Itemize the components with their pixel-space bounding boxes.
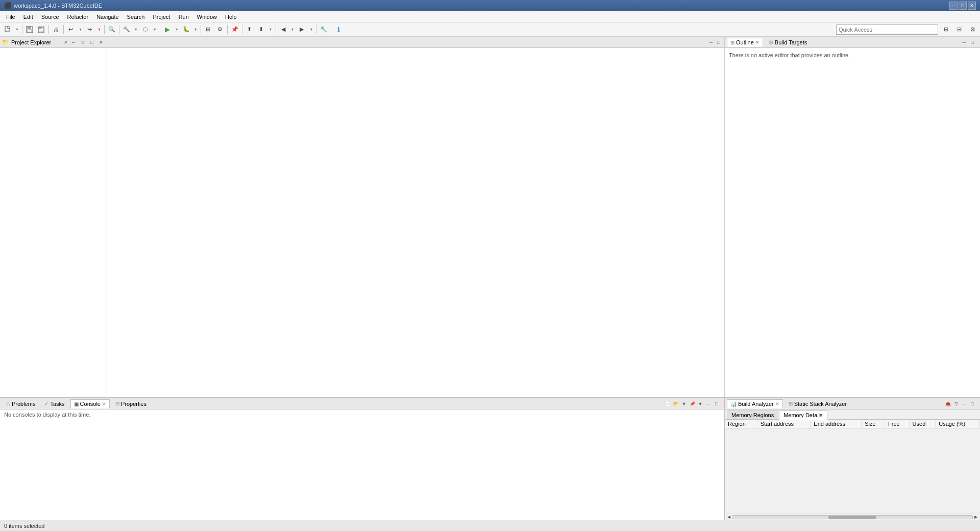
scroll-right[interactable]: ▶ <box>973 514 979 520</box>
scrollbar-track[interactable] <box>732 515 973 519</box>
forward-dropdown[interactable]: ▼ <box>308 24 314 35</box>
outline-minimize[interactable]: ─ <box>961 39 968 46</box>
menu-source[interactable]: Source <box>37 12 63 22</box>
ba-export-btn[interactable]: 📤 <box>944 400 951 407</box>
run-dropdown[interactable]: ▼ <box>174 24 180 35</box>
settings-button[interactable]: ⚙ <box>214 24 226 35</box>
project-explorer-menu[interactable]: ▽ <box>79 39 86 46</box>
console-pin-btn[interactable]: 📌 <box>689 400 696 407</box>
tab-problems[interactable]: ⚠ Problems <box>2 399 39 408</box>
maximize-button[interactable]: □ <box>959 2 967 10</box>
menu-search[interactable]: Search <box>123 12 149 22</box>
tab-build-analyzer[interactable]: 📊 Build Analyzer ✕ <box>727 399 783 408</box>
ba-filter-btn[interactable]: ▽ <box>952 400 960 407</box>
menu-run[interactable]: Run <box>175 12 193 22</box>
memory-regions-tab[interactable]: Memory Regions <box>727 411 778 419</box>
ba-minimize[interactable]: ─ <box>961 400 968 407</box>
console-maximize[interactable]: □ <box>713 400 720 407</box>
external-tools-button[interactable]: 🔧 <box>318 24 329 35</box>
run-dropdown-arrow: ▼ <box>175 28 179 31</box>
debug-dropdown[interactable]: ▼ <box>192 24 199 35</box>
build-dropdown[interactable]: ▼ <box>133 24 139 35</box>
next-annotation-button[interactable]: ⬇ <box>256 24 267 35</box>
view-mode-button[interactable]: ⊠ <box>967 24 978 35</box>
properties-icon: ⊟ <box>115 401 119 406</box>
tab-properties-label: Properties <box>121 401 146 407</box>
menu-navigate[interactable]: Navigate <box>92 12 122 22</box>
col-usage: Usage (%) <box>936 420 980 428</box>
close-button[interactable]: ✕ <box>968 2 976 10</box>
undo-dropdown[interactable]: ▼ <box>77 24 84 35</box>
project-explorer-minimize[interactable]: ─ <box>70 39 77 46</box>
redo-dropdown[interactable]: ▼ <box>96 24 103 35</box>
project-explorer-body <box>0 48 107 397</box>
back-dropdown[interactable]: ▼ <box>289 24 296 35</box>
undo-button[interactable]: ↩ <box>65 24 77 35</box>
build-all-dropdown-arrow: ▼ <box>153 28 157 31</box>
tab-tasks[interactable]: ✓ Tasks <box>41 399 68 408</box>
console-open2-btn[interactable]: ▼ <box>697 400 704 407</box>
scroll-left[interactable]: ◀ <box>726 514 732 520</box>
tab-build-targets[interactable]: ◎ Build Targets <box>765 38 811 47</box>
redo-dropdown-arrow: ▼ <box>97 28 101 31</box>
new-button[interactable] <box>2 24 13 35</box>
forward-button[interactable]: ▶ <box>296 24 307 35</box>
project-explorer-maximize[interactable]: □ <box>88 39 95 46</box>
editor-maximize[interactable]: □ <box>715 39 722 46</box>
tab-static-stack[interactable]: ⊞ Static Stack Analyzer <box>785 399 850 408</box>
console-open-btn[interactable]: 📂 <box>672 400 679 407</box>
scrollbar-thumb[interactable] <box>828 516 876 519</box>
back-button[interactable]: ◀ <box>278 24 289 35</box>
memory-details-tab[interactable]: Memory Details <box>779 411 827 420</box>
separator-2 <box>48 25 49 34</box>
annotation-dropdown[interactable]: ▼ <box>267 24 274 35</box>
project-explorer-icon: 📁 <box>2 39 9 45</box>
console-new-btn[interactable]: 📄 <box>664 400 671 407</box>
tab-properties[interactable]: ⊟ Properties <box>112 399 150 408</box>
editor-minimize[interactable]: ─ <box>707 39 715 46</box>
build-all-button[interactable]: ⬡ <box>140 24 151 35</box>
separator-12 <box>331 25 331 34</box>
quick-access-input[interactable] <box>836 25 938 35</box>
menu-window[interactable]: Window <box>193 12 221 22</box>
view-layout-button[interactable]: ⊟ <box>953 24 965 35</box>
toolbar: ▼ 🖨 ↩ ▼ ↪ ▼ 🔍 🔨 ▼ ⬡ <box>0 22 980 37</box>
menu-help[interactable]: Help <box>221 12 241 22</box>
menu-edit[interactable]: Edit <box>19 12 37 22</box>
project-explorer-close[interactable]: ✕ <box>97 39 105 46</box>
minimize-button[interactable]: ─ <box>949 2 958 10</box>
info-button[interactable]: ℹ <box>333 24 344 35</box>
pin-button[interactable]: 📌 <box>229 24 240 35</box>
print-button[interactable]: 🖨 <box>51 24 62 35</box>
tab-outline[interactable]: ⊞ Outline ✕ <box>727 38 763 47</box>
open-perspective-button[interactable]: ⊞ <box>203 24 214 35</box>
console-open-dropdown[interactable]: ▼ <box>680 400 688 407</box>
tab-problems-label: Problems <box>12 401 35 407</box>
outline-tab-close[interactable]: ✕ <box>755 40 760 45</box>
title-bar-right[interactable]: ─ □ ✕ <box>949 2 976 10</box>
menu-project[interactable]: Project <box>149 12 174 22</box>
tab-console[interactable]: ▣ Console ✕ <box>70 399 110 408</box>
svg-rect-5 <box>39 27 41 29</box>
console-minimize[interactable]: ─ <box>705 400 712 407</box>
menu-file[interactable]: File <box>2 12 19 22</box>
col-size: Size <box>862 420 885 428</box>
navigate-btn[interactable]: 🔍 <box>106 24 117 35</box>
debug-button[interactable]: 🐛 <box>181 24 192 35</box>
build-analyzer-tab-close[interactable]: ✕ <box>775 401 779 406</box>
redo-button[interactable]: ↪ <box>84 24 95 35</box>
build-button[interactable]: 🔨 <box>121 24 132 35</box>
run-button[interactable]: ▶ <box>162 24 173 35</box>
save-button[interactable] <box>24 24 35 35</box>
ba-maximize[interactable]: □ <box>969 400 976 407</box>
build-all-dropdown[interactable]: ▼ <box>152 24 158 35</box>
toolbar-build-group: 🔍 🔨 ▼ ⬡ ▼ <box>106 24 158 35</box>
prev-annotation-button[interactable]: ⬆ <box>244 24 255 35</box>
save-all-button[interactable] <box>36 24 47 35</box>
quick-access-area: ⊞ ⊟ ⊠ <box>836 24 978 35</box>
console-tab-close[interactable]: ✕ <box>102 401 106 406</box>
menu-refactor[interactable]: Refactor <box>63 12 93 22</box>
perspectives-button[interactable]: ⊞ <box>940 24 951 35</box>
outline-maximize[interactable]: □ <box>969 39 976 46</box>
new-dropdown[interactable]: ▼ <box>14 24 20 35</box>
